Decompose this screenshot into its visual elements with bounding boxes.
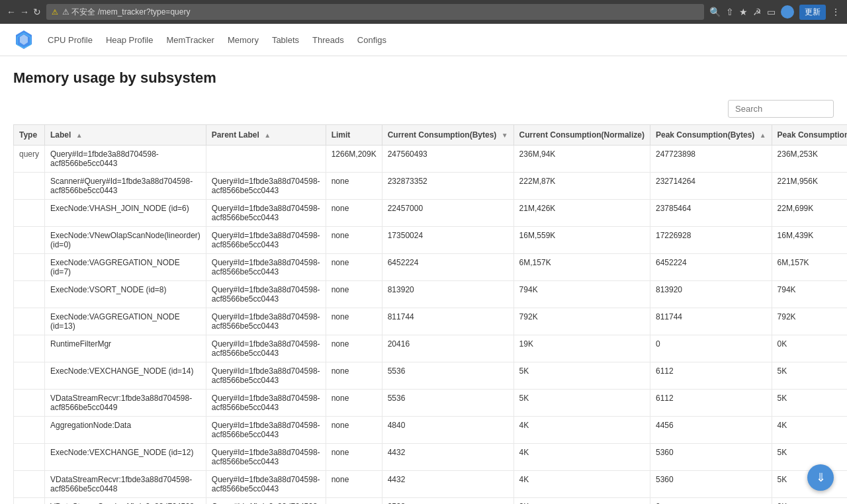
cell-peak-bytes: 811744 bbox=[650, 308, 772, 335]
menu-icon[interactable]: ⋮ bbox=[831, 7, 840, 17]
cell-peak-bytes: 813920 bbox=[650, 281, 772, 308]
cell-peak-bytes: 247723898 bbox=[650, 146, 772, 173]
cell-label: ExecNode:VSORT_NODE (id=8) bbox=[45, 281, 206, 308]
cell-peak-norm: 4K bbox=[772, 417, 847, 444]
browser-action-icons: 🔍 ⇧ ★ ☭ ▭ 更新 ⋮ bbox=[709, 5, 840, 20]
cell-limit: none bbox=[326, 281, 382, 308]
cell-label: VDataStreamRecvr:1fbde3a88d704598-acf856… bbox=[45, 390, 206, 417]
cell-parent: Query#Id=1fbde3a88d704598-acf8566be5cc04… bbox=[206, 417, 326, 444]
cell-peak-norm: 0K bbox=[772, 335, 847, 362]
nav-cpu-profile[interactable]: CPU Profile bbox=[48, 32, 93, 48]
url-text: ⚠ 不安全 /mem_tracker?type=query bbox=[62, 7, 190, 18]
cell-peak-norm: 792K bbox=[772, 308, 847, 335]
cell-peak-bytes: 0 bbox=[650, 498, 772, 505]
cell-label: ExecNode:VEXCHANGE_NODE (id=14) bbox=[45, 362, 206, 390]
cell-label: VDataStreamSender:1fbde3a88d704598-acf85… bbox=[45, 498, 206, 505]
cell-peak-bytes: 6112 bbox=[650, 390, 772, 417]
bookmark-icon[interactable]: ★ bbox=[739, 7, 748, 17]
col-header-cur-norm: Current Consumption(Normalize) bbox=[513, 125, 650, 146]
cell-cur-norm: 794K bbox=[513, 281, 650, 308]
cell-cur-bytes: 22457000 bbox=[382, 200, 513, 227]
table-row: ExecNode:VHASH_JOIN_NODE (id=6)Query#Id=… bbox=[14, 200, 848, 227]
cell-parent: Query#Id=1fbde3a88d704598-acf8566be5cc04… bbox=[206, 444, 326, 471]
nav-configs[interactable]: Configs bbox=[357, 32, 386, 48]
cell-type bbox=[14, 335, 45, 362]
nav-memory[interactable]: Memory bbox=[228, 32, 259, 48]
forward-button[interactable]: → bbox=[20, 7, 29, 17]
cell-peak-bytes: 6112 bbox=[650, 362, 772, 390]
cell-type bbox=[14, 308, 45, 335]
cell-peak-bytes: 6452224 bbox=[650, 254, 772, 281]
cell-type bbox=[14, 227, 45, 254]
cell-peak-norm: 5K bbox=[772, 444, 847, 471]
cell-parent: Query#Id=1fbde3a88d704598-acf8566be5cc04… bbox=[206, 471, 326, 498]
cell-limit: 1266M,209K bbox=[326, 146, 382, 173]
cell-type bbox=[14, 390, 45, 417]
cell-cur-norm: 4K bbox=[513, 471, 650, 498]
cell-cur-bytes: 2528 bbox=[382, 498, 513, 505]
col-header-label[interactable]: Label ▲ bbox=[45, 125, 206, 146]
cell-type bbox=[14, 471, 45, 498]
update-button[interactable]: 更新 bbox=[799, 5, 826, 20]
cell-cur-bytes: 4840 bbox=[382, 417, 513, 444]
nav-heap-profile[interactable]: Heap Profile bbox=[106, 32, 154, 48]
cell-type bbox=[14, 417, 45, 444]
back-button[interactable]: ← bbox=[7, 7, 16, 17]
table-row: ExecNode:VAGGREGATION_NODE (id=7)Query#I… bbox=[14, 254, 848, 281]
cell-label: ExecNode:VAGGREGATION_NODE (id=7) bbox=[45, 254, 206, 281]
page-title: Memory usage by subsystem bbox=[13, 69, 834, 87]
cell-cur-bytes: 6452224 bbox=[382, 254, 513, 281]
col-header-parent[interactable]: Parent Label ▲ bbox=[206, 125, 326, 146]
profile-icon[interactable] bbox=[781, 5, 794, 19]
cell-label: Scanner#Query#Id=1fbde3a88d704598-acf856… bbox=[45, 173, 206, 200]
search-input[interactable] bbox=[728, 100, 834, 118]
nav-memtracker[interactable]: MemTracker bbox=[166, 32, 214, 48]
sort-label-icon: ▲ bbox=[76, 132, 83, 139]
cell-cur-bytes: 4432 bbox=[382, 471, 513, 498]
cell-limit: none bbox=[326, 444, 382, 471]
col-header-peak-bytes[interactable]: Peak Consumption(Bytes) ▲ bbox=[650, 125, 772, 146]
zoom-icon[interactable]: 🔍 bbox=[709, 7, 721, 17]
search-container bbox=[13, 100, 834, 118]
nav-threads[interactable]: Threads bbox=[312, 32, 344, 48]
cell-label: ExecNode:VAGGREGATION_NODE (id=13) bbox=[45, 308, 206, 335]
cell-cur-bytes: 5536 bbox=[382, 362, 513, 390]
cell-limit: none bbox=[326, 390, 382, 417]
cell-peak-norm: 0K bbox=[772, 498, 847, 505]
cell-parent: Query#Id=1fbde3a88d704598-acf8566be5cc04… bbox=[206, 254, 326, 281]
col-header-type: Type bbox=[14, 125, 45, 146]
nav-controls[interactable]: ← → ↻ bbox=[7, 7, 41, 17]
cell-parent: Query#Id=1fbde3a88d704598-acf8566be5cc04… bbox=[206, 390, 326, 417]
cell-limit: none bbox=[326, 173, 382, 200]
cell-limit: none bbox=[326, 254, 382, 281]
layout-icon[interactable]: ▭ bbox=[767, 7, 776, 17]
cell-parent: Query#Id=1fbde3a88d704598-acf8566be5cc04… bbox=[206, 362, 326, 390]
cell-type bbox=[14, 281, 45, 308]
cell-peak-norm: 22M,699K bbox=[772, 200, 847, 227]
cell-type bbox=[14, 173, 45, 200]
download-button[interactable]: ⇓ bbox=[807, 464, 834, 491]
cell-cur-norm: 5K bbox=[513, 362, 650, 390]
nav-tablets[interactable]: Tablets bbox=[272, 32, 299, 48]
address-bar[interactable]: ⚠ ⚠ 不安全 /mem_tracker?type=query bbox=[46, 4, 704, 20]
cell-parent: Query#Id=1fbde3a88d704598-acf8566be5cc04… bbox=[206, 335, 326, 362]
extension-icon[interactable]: ☭ bbox=[753, 7, 762, 17]
cell-peak-norm: 236M,253K bbox=[772, 146, 847, 173]
share-icon[interactable]: ⇧ bbox=[726, 7, 734, 17]
cell-cur-norm: 6M,157K bbox=[513, 254, 650, 281]
cell-parent: Query#Id=1fbde3a88d704598-acf8566be5cc04… bbox=[206, 200, 326, 227]
cell-label: ExecNode:VHASH_JOIN_NODE (id=6) bbox=[45, 200, 206, 227]
cell-limit: none bbox=[326, 200, 382, 227]
cell-limit: none bbox=[326, 417, 382, 444]
cell-parent: Query#Id=1fbde3a88d704598-acf8566be5cc04… bbox=[206, 308, 326, 335]
cell-peak-bytes: 0 bbox=[650, 335, 772, 362]
table-row: ExecNode:VEXCHANGE_NODE (id=14)Query#Id=… bbox=[14, 362, 848, 390]
reload-button[interactable]: ↻ bbox=[33, 7, 41, 17]
cell-peak-bytes: 23785464 bbox=[650, 200, 772, 227]
cell-peak-bytes: 5360 bbox=[650, 444, 772, 471]
col-header-cur-bytes[interactable]: Current Consumption(Bytes) ▼ bbox=[382, 125, 513, 146]
sort-peak-bytes-icon: ▲ bbox=[760, 132, 766, 139]
cell-limit: none bbox=[326, 362, 382, 390]
cell-label: RuntimeFilterMgr bbox=[45, 335, 206, 362]
cell-peak-norm: 794K bbox=[772, 281, 847, 308]
